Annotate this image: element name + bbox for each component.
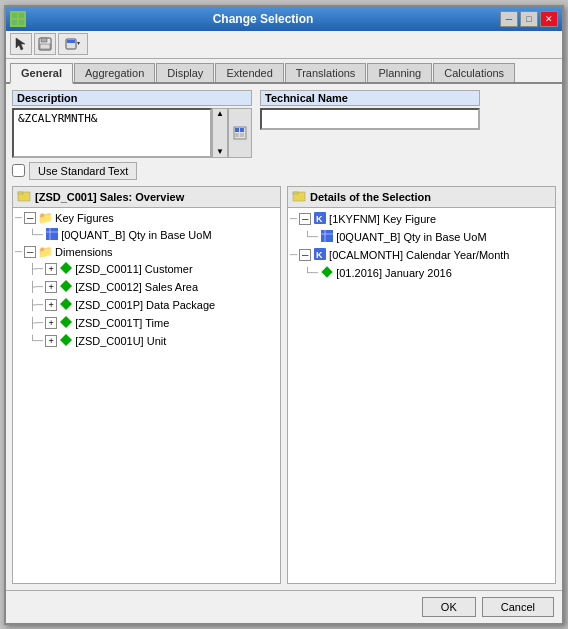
list-item[interactable]: ─ ─ K [1KYFNM] Key Figure <box>290 210 553 228</box>
maximize-button[interactable]: □ <box>520 11 538 27</box>
svg-marker-23 <box>60 298 72 310</box>
tree-connector: └─ <box>304 267 318 278</box>
window-controls: ─ □ ✕ <box>500 11 558 27</box>
tab-display[interactable]: Display <box>156 63 214 82</box>
svg-marker-25 <box>60 334 72 346</box>
tree-connector: ─ <box>15 246 22 257</box>
tree-expand-key-figures[interactable]: ─ <box>24 212 36 224</box>
tab-extended[interactable]: Extended <box>215 63 283 82</box>
scroll-down-arrow[interactable]: ▼ <box>216 148 224 156</box>
tab-aggregation[interactable]: Aggregation <box>74 63 155 82</box>
tree-expand-sales-area[interactable]: + <box>45 281 57 293</box>
list-item[interactable]: ├─ + [ZSD_C001T] Time <box>15 314 278 332</box>
tree-expand-data-package[interactable]: + <box>45 299 57 311</box>
technical-name-group: Technical Name <box>260 90 480 130</box>
right-panel-header: Details of the Selection <box>288 187 555 208</box>
green-icon <box>59 261 73 277</box>
list-item[interactable]: ├─ + [ZSD_C0012] Sales Area <box>15 278 278 296</box>
right-panel-title: Details of the Selection <box>310 191 431 203</box>
list-item[interactable]: └─ + [ZSD_C001U] Unit <box>15 332 278 350</box>
tree-connector: └─ <box>29 335 43 346</box>
diamond-icon <box>320 265 334 281</box>
svg-rect-14 <box>235 133 239 137</box>
svg-rect-18 <box>46 228 58 240</box>
svg-marker-22 <box>60 280 72 292</box>
list-item[interactable]: ─ ─ 📁 Dimensions <box>15 244 278 260</box>
svg-rect-13 <box>240 128 244 132</box>
svg-rect-12 <box>235 128 239 132</box>
svg-text:K: K <box>316 214 323 224</box>
description-label: Description <box>12 90 252 106</box>
tab-translations[interactable]: Translations <box>285 63 367 82</box>
tree-expand-calmonth[interactable]: ─ <box>299 249 311 261</box>
tree-connector: ─ <box>290 249 297 260</box>
list-item[interactable]: ─ ─ K [0CALMONTH] Calendar Year/Month <box>290 246 553 264</box>
left-panel-content: ─ ─ 📁 Key Figures └─ <box>13 208 280 583</box>
tree-connector: ├─ <box>29 317 43 328</box>
tree-expand-unit[interactable]: + <box>45 335 57 347</box>
dropdown-button[interactable] <box>58 33 88 55</box>
tab-general[interactable]: General <box>10 63 73 84</box>
list-item[interactable]: └─ [01.2016] January 2016 <box>290 264 553 282</box>
green-icon <box>59 279 73 295</box>
right-panel-icon <box>292 189 306 205</box>
svg-rect-2 <box>12 20 17 25</box>
use-standard-text-checkbox[interactable] <box>12 164 25 177</box>
tree-item-label: [ZSD_C0012] Sales Area <box>75 281 198 293</box>
use-standard-text-button[interactable]: Use Standard Text <box>29 162 137 180</box>
green-icon <box>59 333 73 349</box>
tree-item-label: [0QUANT_B] Qty in Base UoM <box>61 229 211 241</box>
svg-text:K: K <box>316 250 323 260</box>
tree-item-label: [1KYFNM] Key Figure <box>329 213 436 225</box>
tree-expand-dimensions[interactable]: ─ <box>24 246 36 258</box>
tab-planning[interactable]: Planning <box>367 63 432 82</box>
tree-item-label: [ZSD_C001P] Data Package <box>75 299 215 311</box>
green-icon <box>59 297 73 313</box>
window-title: Change Selection <box>26 12 500 26</box>
title-bar: Change Selection ─ □ ✕ <box>6 7 562 31</box>
tree-item-label: Dimensions <box>55 246 112 258</box>
list-item[interactable]: ─ ─ 📁 Key Figures <box>15 210 278 226</box>
tree-connector: └─ <box>304 231 318 242</box>
tree-connector: ├─ <box>29 263 43 274</box>
main-window: Change Selection ─ □ ✕ <box>4 5 564 625</box>
tabs-bar: General Aggregation Display Extended Tra… <box>6 59 562 84</box>
tree-expand-kyfnm[interactable]: ─ <box>299 213 311 225</box>
folder-icon: 📁 <box>38 245 53 259</box>
technical-name-input[interactable] <box>260 108 480 130</box>
tree-item-label: [01.2016] January 2016 <box>336 267 452 279</box>
tree-expand-time[interactable]: + <box>45 317 57 329</box>
list-item[interactable]: └─ [0QUANT_B] Qty in Base UoM <box>290 228 553 246</box>
close-button[interactable]: ✕ <box>540 11 558 27</box>
tab-calculations[interactable]: Calculations <box>433 63 515 82</box>
minimize-button[interactable]: ─ <box>500 11 518 27</box>
tree-item-label: Key Figures <box>55 212 114 224</box>
list-item[interactable]: ├─ + [ZSD_C0011] Customer <box>15 260 278 278</box>
svg-rect-15 <box>240 133 244 137</box>
svg-marker-24 <box>60 316 72 328</box>
tree-item-label: [0CALMONTH] Calendar Year/Month <box>329 249 509 261</box>
tree-item-label: [ZSD_C001U] Unit <box>75 335 166 347</box>
description-input[interactable]: &ZCALYRMNTH& <box>12 108 212 158</box>
cancel-button[interactable]: Cancel <box>482 597 554 617</box>
list-item[interactable]: ├─ + [ZSD_C001P] Data Package <box>15 296 278 314</box>
tree-expand-customer[interactable]: + <box>45 263 57 275</box>
cube-icon <box>320 229 334 245</box>
tree-item-label: [ZSD_C0011] Customer <box>75 263 192 275</box>
scroll-up-arrow[interactable]: ▲ <box>216 110 224 118</box>
tree-item-label: [ZSD_C001T] Time <box>75 317 169 329</box>
description-picker-button[interactable] <box>228 108 252 158</box>
panels-row: [ZSD_C001] Sales: Overview ─ ─ 📁 Key Fig… <box>12 186 556 584</box>
green-icon <box>59 315 73 331</box>
footer: OK Cancel <box>6 590 562 623</box>
list-item[interactable]: └─ [0QUANT_B] Qty in Base UoM <box>15 226 278 244</box>
svg-rect-3 <box>19 20 24 25</box>
cursor-tool-button[interactable] <box>10 33 32 55</box>
use-standard-text-row: Use Standard Text <box>12 162 252 180</box>
ok-button[interactable]: OK <box>422 597 476 617</box>
key-icon: K <box>313 211 327 227</box>
tree-connector: ─ <box>290 213 297 224</box>
svg-marker-10 <box>77 42 80 45</box>
tree-connector: └─ <box>29 229 43 240</box>
save-button[interactable] <box>34 33 56 55</box>
